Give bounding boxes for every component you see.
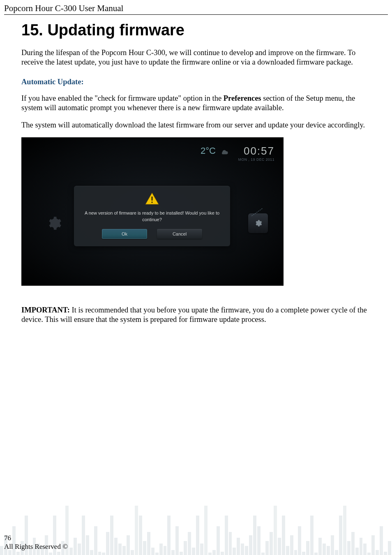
clock-date: MON , 19 DEC 2011 bbox=[238, 157, 274, 162]
gear-icon bbox=[46, 215, 62, 231]
clock-time: 00:57 bbox=[238, 146, 274, 156]
svg-point-1 bbox=[151, 201, 153, 203]
rights-text: All Rights Reserved © bbox=[4, 542, 68, 551]
para-preferences-bold: Preferences bbox=[224, 94, 261, 102]
setup-tile[interactable] bbox=[248, 213, 268, 233]
dialog-message: A new version of firmware is ready to be… bbox=[81, 210, 224, 223]
page-footer: 76 All Rights Reserved © bbox=[0, 483, 392, 555]
warning-icon bbox=[145, 192, 159, 205]
subhead-automatic-update: Automatic Update: bbox=[21, 78, 371, 86]
ok-button[interactable]: Ok bbox=[102, 229, 147, 239]
para-auto-download: The system will automatically download t… bbox=[21, 120, 371, 130]
important-note: IMPORTANT: It is recommended that you be… bbox=[21, 305, 371, 324]
running-head: Popcorn Hour C-300 User Manual bbox=[4, 3, 388, 15]
firmware-update-dialog: A new version of firmware is ready to be… bbox=[74, 186, 230, 246]
svg-rect-0 bbox=[151, 197, 152, 201]
intro-para: During the lifespan of the Popcorn Hour … bbox=[21, 48, 371, 67]
para-preferences-a: If you have enabled the "check for firmw… bbox=[21, 94, 224, 102]
important-lead: IMPORTANT: bbox=[21, 306, 70, 314]
weather-temperature: 2°C bbox=[201, 146, 216, 156]
page-number: 76 bbox=[4, 534, 68, 542]
weather-icon bbox=[220, 147, 229, 155]
para-preferences: If you have enabled the "check for firmw… bbox=[21, 94, 371, 113]
page-title: 15. Updating firmware bbox=[21, 21, 371, 39]
cancel-button[interactable]: Cancel bbox=[157, 229, 202, 239]
important-rest: It is recommended that you before you up… bbox=[21, 306, 367, 324]
firmware-prompt-screenshot: 2°C 00:57 MON , 19 DEC 2011 A new bbox=[21, 137, 284, 286]
